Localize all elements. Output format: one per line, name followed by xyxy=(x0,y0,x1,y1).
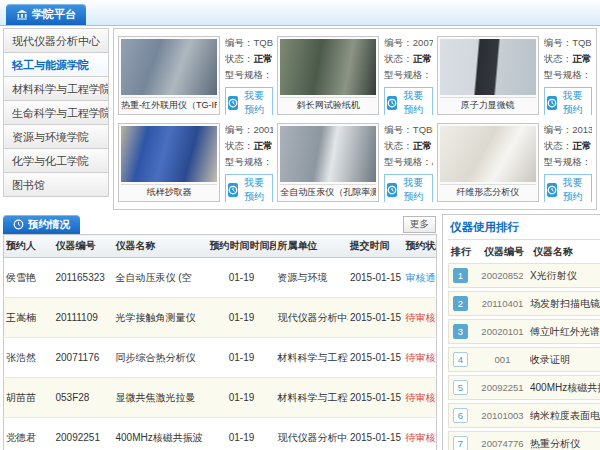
status-pending-label: 待审核 xyxy=(406,432,436,443)
ranking-row: 1 20020852 X光衍射仪 xyxy=(448,263,600,288)
equipment-info: 编号：20074271 状态：正常 型号规格： 我要预约 xyxy=(384,36,432,115)
equipment-info: 编号：TQBM201310 状态：正常 型号规格：AutoPo 我要预约 xyxy=(384,123,432,202)
clock-plus-icon xyxy=(228,183,238,197)
col-unit: 所属单位 xyxy=(276,235,348,258)
unit-cell: 材料科学与工程学 xyxy=(276,378,348,418)
reserve-button-label: 我要预约 xyxy=(560,89,586,115)
equipment-name: 热重-红外联用仪（TG-IR） xyxy=(121,97,217,111)
clock-plus-icon xyxy=(547,183,557,197)
code-value: 20074271 xyxy=(413,37,433,48)
more-button[interactable]: 更多 xyxy=(403,216,436,233)
sidebar-item-modern-instrument-center[interactable]: 现代仪器分析中心 xyxy=(3,28,109,53)
reservation-row: 张浩然 20071176 同步综合热分析仪 01-19 材料科学与工程学 201… xyxy=(4,338,437,378)
code-label: 编号： xyxy=(384,124,413,135)
code-label: 编号： xyxy=(544,37,573,48)
sidebar-item-life-science[interactable]: 生命科学与工程学院 xyxy=(3,100,109,125)
reserve-button-label: 我要预约 xyxy=(241,89,267,115)
rank-badge: 7 xyxy=(453,436,468,450)
status-pending-label: 待审核 xyxy=(406,312,436,323)
reservations-tab-label: 预约情况 xyxy=(28,218,70,232)
rank-code: 20101003 xyxy=(475,410,530,421)
rank-badge: 5 xyxy=(453,380,468,395)
instrument-cell: 400MHz核磁共振波 xyxy=(114,418,208,450)
rank-code: 20020101 xyxy=(475,326,530,337)
code-label: 编号： xyxy=(544,124,573,135)
reserve-button[interactable]: 我要预约 xyxy=(225,174,273,202)
equipment-card: 热重-红外联用仪（TG-IR） 编号：TQBM201310 状态：正常 型号规格… xyxy=(118,36,273,115)
reserve-button[interactable]: 我要预约 xyxy=(544,174,592,202)
timeslot-cell: 01-19 xyxy=(208,378,276,418)
status-approved-link[interactable]: 审核通过 xyxy=(406,272,437,283)
rank-code: 001 xyxy=(475,354,530,365)
code-cell: 20071176 xyxy=(54,338,114,378)
unit-cell: 资源与环境 xyxy=(276,258,348,298)
code-value: TQBM201310 xyxy=(413,124,433,135)
clock-icon xyxy=(13,219,24,230)
sidebar-item-light-industry-energy[interactable]: 轻工与能源学院 xyxy=(3,52,109,77)
reservation-row: 胡苗苗 053F28 显微共焦激光拉曼 01-19 材料科学与工程学 2015-… xyxy=(4,378,437,418)
status-value: 正常 xyxy=(254,140,273,151)
building-icon xyxy=(16,9,28,21)
ranking-row: 3 20020101 傅立叶红外光谱仪 xyxy=(448,319,600,344)
code-value: TQBM201310 xyxy=(254,37,274,48)
rank-instrument-name: 纳米粒度表面电位分析 xyxy=(530,409,600,423)
college-platform-tab[interactable]: 学院平台 xyxy=(6,4,86,25)
equipment-name: 斜长网试验纸机 xyxy=(280,97,376,111)
model-label: 型号规格： xyxy=(225,156,273,167)
reserve-button-label: 我要预约 xyxy=(241,176,267,202)
status-label: 状态： xyxy=(384,140,413,151)
timeslot-cell: 01-19 xyxy=(208,298,276,338)
equipment-info: 编号：TQBM201310 状态：正常 型号规格： 我要预约 xyxy=(544,36,592,115)
equipment-name: 全自动压汞仪（孔隙率测定 xyxy=(280,184,376,198)
clock-plus-icon xyxy=(228,96,238,110)
reservations-tab[interactable]: 预约情况 xyxy=(3,215,80,234)
reserve-button[interactable]: 我要预约 xyxy=(384,87,432,115)
person-cell: 侯雪艳 xyxy=(4,258,54,298)
code-value: 20131926 xyxy=(572,124,592,135)
status-value: 正常 xyxy=(413,53,432,64)
ranking-col-name: 仪器名称 xyxy=(533,245,600,259)
equipment-photo xyxy=(440,39,536,95)
model-label: 型号规格： xyxy=(384,156,432,167)
code-cell: 20092251 xyxy=(54,418,114,450)
equipment-card: 全自动压汞仪（孔隙率测定 编号：TQBM201310 状态：正常 型号规格：Au… xyxy=(277,123,432,202)
sidebar-item-materials-science[interactable]: 材料科学与工程学院 xyxy=(3,76,109,101)
sidebar-item-library[interactable]: 图书馆 xyxy=(3,172,109,197)
reservation-row: 王嵩楠 20111109 光学接触角测量仪 01-19 现代仪器分析中心 201… xyxy=(4,298,437,338)
ranking-panel: 仪器使用排行 排行 仪器编号 仪器名称 1 20020852 X光衍射仪 2 2… xyxy=(442,214,600,450)
reserve-button-label: 我要预约 xyxy=(400,89,426,115)
model-label: 型号规格： xyxy=(225,69,273,80)
status-label: 状态： xyxy=(544,53,573,64)
submitted-cell: 2015-01-15 xyxy=(348,298,404,338)
status-label: 状态： xyxy=(225,53,254,64)
reserve-button[interactable]: 我要预约 xyxy=(544,87,592,115)
main-content: 现代仪器分析中心 轻工与能源学院 材料科学与工程学院 生命科学与工程学院 资源与… xyxy=(0,26,600,210)
sidebar-item-resources-environment[interactable]: 资源与环境学院 xyxy=(3,124,109,149)
equipment-photo-box: 原子力显微镜 xyxy=(437,36,539,115)
clock-plus-icon xyxy=(387,96,397,110)
ranking-row: 7 20074776 热重分析仪 xyxy=(448,431,600,450)
college-sidebar: 现代仪器分析中心 轻工与能源学院 材料科学与工程学院 生命科学与工程学院 资源与… xyxy=(3,28,109,210)
equipment-photo-box: 斜长网试验纸机 xyxy=(277,36,379,115)
ranking-row: 6 20101003 纳米粒度表面电位分析 xyxy=(448,403,600,428)
rank-badge: 1 xyxy=(453,268,468,283)
instrument-cell: 同步综合热分析仪 xyxy=(114,338,208,378)
rank-instrument-name: 场发射扫描电镜 xyxy=(530,297,600,311)
timeslot-cell: 01-19 xyxy=(208,258,276,298)
equipment-card: 斜长网试验纸机 编号：20074271 状态：正常 型号规格： 我要预约 xyxy=(277,36,432,115)
sidebar-item-chemistry[interactable]: 化学与化工学院 xyxy=(3,148,109,173)
top-bar: 学院平台 xyxy=(0,0,600,26)
ranking-title: 仪器使用排行 xyxy=(448,217,600,240)
rank-instrument-name: 400MHz核磁共振波谱仪 xyxy=(530,381,600,395)
equipment-card: 原子力显微镜 编号：TQBM201310 状态：正常 型号规格： 我要预约 xyxy=(437,36,592,115)
rank-instrument-name: X光衍射仪 xyxy=(530,269,600,283)
status-value: 正常 xyxy=(413,140,432,151)
reserve-button[interactable]: 我要预约 xyxy=(225,87,273,115)
equipment-name: 纸样抄取器 xyxy=(121,184,217,198)
equipment-photo xyxy=(280,126,376,182)
reserve-button[interactable]: 我要预约 xyxy=(384,174,432,202)
model-value: AutoPo xyxy=(432,156,433,167)
equipment-card: 纤维形态分析仪 编号：20131926 状态：正常 型号规格：MorFi 我要预… xyxy=(437,123,592,202)
col-instrument-code: 仪器编号 xyxy=(54,235,114,258)
status-label: 状态： xyxy=(384,53,413,64)
